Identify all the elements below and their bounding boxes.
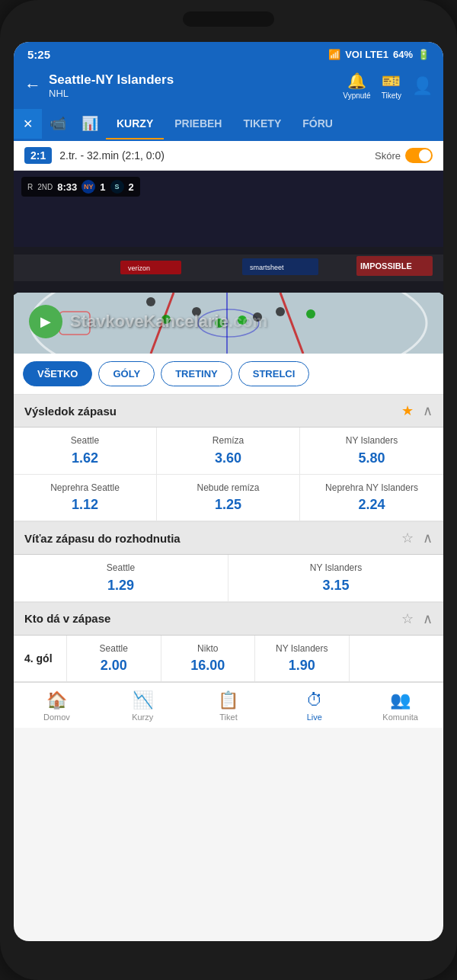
match-title: Seattle-NY Islanders bbox=[49, 72, 174, 88]
odds-vitaz-ny[interactable]: NY Islanders 3.15 bbox=[228, 555, 443, 602]
tab-tikety[interactable]: TIKETY bbox=[232, 108, 292, 139]
app-header: ← Seattle-NY Islanders NHL 🔔 Vypnuté 🎫 T… bbox=[14, 66, 443, 107]
tabs-bar: ✕ 📹 📊 KURZY PRIEBEH TIKETY FÓRU bbox=[14, 107, 443, 141]
odds-nebude-remiza-label: Nebude remíza bbox=[166, 482, 290, 495]
home-icon: 🏠 bbox=[46, 690, 67, 710]
section-vitaz-title: Víťaz zápasu do rozhodnutia bbox=[24, 532, 181, 545]
signal-text: VOl LTE1 bbox=[345, 49, 388, 60]
section-vysledok-title: Výsledok zápasu bbox=[24, 405, 117, 418]
tickets-icon-item[interactable]: 🎫 Tikety bbox=[382, 72, 401, 100]
filter-all[interactable]: VŠETKO bbox=[23, 361, 92, 386]
video-background: verizon smartsheet IMPOSSIBLE R 2ND 8:33… bbox=[14, 171, 443, 354]
odds-seattle[interactable]: Seattle 1.62 bbox=[14, 428, 157, 475]
profile-icon-item[interactable]: 👤 bbox=[412, 76, 433, 96]
nav-domov[interactable]: 🏠 Domov bbox=[14, 683, 100, 728]
chevron-up-icon[interactable]: ∧ bbox=[423, 402, 433, 419]
tab-forum[interactable]: FÓRU bbox=[292, 108, 344, 139]
filter-periods[interactable]: TRETINY bbox=[161, 361, 232, 386]
odds-vitaz-sea-label: Seattle bbox=[23, 562, 219, 575]
odds-vitaz-ny-value: 3.15 bbox=[238, 578, 434, 594]
svg-point-13 bbox=[306, 309, 315, 319]
status-bar: 5:25 📶 VOl LTE1 64% 🔋 bbox=[14, 42, 443, 66]
star-filled-icon[interactable]: ★ bbox=[401, 402, 414, 419]
odds-4gol-ny[interactable]: NY Islanders 1.90 bbox=[255, 636, 350, 682]
nav-kurzy[interactable]: 📉 Kurzy bbox=[100, 683, 186, 728]
play-button[interactable]: ▶ bbox=[29, 305, 62, 338]
bottom-nav: 🏠 Domov 📉 Kurzy 📋 Tiket ⏱ Live 👥 Komunit… bbox=[14, 682, 443, 728]
odds-4gol-nikto-label: Nikto bbox=[166, 643, 251, 655]
komunita-icon: 👥 bbox=[390, 690, 411, 710]
svg-text:IMPOSSIBLE: IMPOSSIBLE bbox=[360, 261, 412, 271]
live-icon: ⏱ bbox=[306, 690, 323, 710]
odds-neprehra-ny-label: Neprehra NY Islanders bbox=[309, 482, 434, 495]
odds-seattle-value: 1.62 bbox=[23, 450, 147, 466]
odds-remiza[interactable]: Remíza 3.60 bbox=[157, 428, 300, 475]
status-right: 📶 VOl LTE1 64% 🔋 bbox=[328, 49, 430, 60]
period-2nd: 2ND bbox=[37, 183, 53, 191]
league-title: NHL bbox=[49, 88, 174, 99]
notifications-icon-item[interactable]: 🔔 Vypnuté bbox=[343, 72, 370, 100]
odds-4gol-ny-value: 1.90 bbox=[260, 658, 344, 674]
goal-row-label: 4. gól bbox=[14, 636, 67, 682]
odds-grid-vysledok: Seattle 1.62 Remíza 3.60 NY Islanders 5.… bbox=[14, 428, 443, 522]
close-tab-button[interactable]: ✕ bbox=[14, 109, 42, 139]
section-vysledok-header: Výsledok zápasu ★ ∧ bbox=[14, 395, 443, 428]
odds-4gol-nikto-value: 16.00 bbox=[166, 658, 251, 674]
profile-icon: 👤 bbox=[412, 76, 433, 96]
video-tab-icon[interactable]: 📹 bbox=[42, 107, 74, 139]
chevron-up-icon-2[interactable]: ∧ bbox=[423, 530, 433, 546]
odds-neprehra-seattle[interactable]: Neprehra Seattle 1.12 bbox=[14, 475, 157, 522]
phone-frame: 5:25 📶 VOl LTE1 64% 🔋 ← Seattle-NY Islan… bbox=[0, 0, 457, 980]
odds-nebude-remiza[interactable]: Nebude remíza 1.25 bbox=[157, 475, 300, 522]
filter-scorers[interactable]: STRELCI bbox=[238, 361, 310, 386]
stats-tab-icon[interactable]: 📊 bbox=[74, 107, 106, 139]
odds-4gol-ny-label: NY Islanders bbox=[260, 643, 344, 655]
nav-live[interactable]: ⏱ Live bbox=[271, 683, 357, 728]
tiket-icon: 📋 bbox=[218, 690, 238, 710]
tab-priebeh[interactable]: PRIEBEH bbox=[164, 108, 232, 139]
filter-goals[interactable]: GÓLY bbox=[98, 361, 155, 386]
nav-komunita-label: Komunita bbox=[382, 713, 417, 722]
score-toggle-label: Skóre bbox=[375, 150, 401, 162]
nav-tiket-label: Tiket bbox=[219, 713, 237, 722]
wifi-icon: 📶 bbox=[328, 49, 340, 60]
video-watermark[interactable]: ▶ StavkoveKancelarie.com bbox=[29, 305, 267, 338]
star-empty-icon-2[interactable]: ☆ bbox=[401, 610, 414, 627]
odds-vitaz-seattle[interactable]: Seattle 1.29 bbox=[14, 555, 228, 602]
sea-logo: S bbox=[110, 180, 124, 194]
period-info: R bbox=[27, 183, 33, 191]
star-empty-icon[interactable]: ☆ bbox=[401, 530, 414, 546]
odds-4gol-nikto[interactable]: Nikto 16.00 bbox=[161, 636, 256, 682]
odds-neprehra-ny-value: 2.24 bbox=[309, 497, 434, 513]
odds-neprehra-ny[interactable]: Neprehra NY Islanders 2.24 bbox=[300, 475, 443, 522]
back-button[interactable]: ← bbox=[24, 75, 41, 95]
odds-neprehra-sea-value: 1.12 bbox=[23, 497, 147, 513]
odds-4gol-seattle[interactable]: Seattle 2.00 bbox=[67, 636, 161, 682]
svg-point-15 bbox=[276, 307, 285, 316]
chevron-up-icon-3[interactable]: ∧ bbox=[423, 610, 433, 627]
tab-kurzy[interactable]: KURZY bbox=[106, 108, 164, 139]
score-bar: 2:1 2.tr. - 32.min (2:1, 0:0) Skóre bbox=[14, 141, 443, 171]
nav-komunita[interactable]: 👥 Komunita bbox=[357, 683, 443, 728]
score-toggle[interactable] bbox=[405, 148, 433, 163]
nav-tiket[interactable]: 📋 Tiket bbox=[186, 683, 272, 728]
odds-vitaz-ny-label: NY Islanders bbox=[238, 562, 434, 575]
score-toggle-wrap: Skóre bbox=[375, 148, 433, 163]
tickets-icon: 🎫 bbox=[382, 72, 401, 90]
section-vysledok-icons: ★ ∧ bbox=[401, 402, 433, 419]
odds-4gol-sea-value: 2.00 bbox=[72, 658, 156, 674]
video-area[interactable]: verizon smartsheet IMPOSSIBLE R 2ND 8:33… bbox=[14, 171, 443, 354]
section-vitaz-icons: ☆ ∧ bbox=[401, 530, 433, 546]
nav-domov-label: Domov bbox=[43, 713, 70, 722]
header-left: ← Seattle-NY Islanders NHL bbox=[24, 72, 174, 99]
nav-live-label: Live bbox=[307, 713, 322, 722]
score-period-info: 2.tr. - 32.min (2:1, 0:0) bbox=[59, 149, 367, 162]
odds-neprehra-sea-label: Neprehra Seattle bbox=[23, 482, 147, 495]
bell-icon: 🔔 bbox=[347, 72, 366, 90]
phone-notch bbox=[183, 11, 274, 27]
odds-ny[interactable]: NY Islanders 5.80 bbox=[300, 428, 443, 475]
status-time: 5:25 bbox=[27, 48, 50, 61]
ny-logo: NY bbox=[81, 180, 95, 194]
watermark-text: StavkoveKancelarie.com bbox=[70, 312, 267, 331]
odds-4gol-empty bbox=[350, 636, 444, 682]
